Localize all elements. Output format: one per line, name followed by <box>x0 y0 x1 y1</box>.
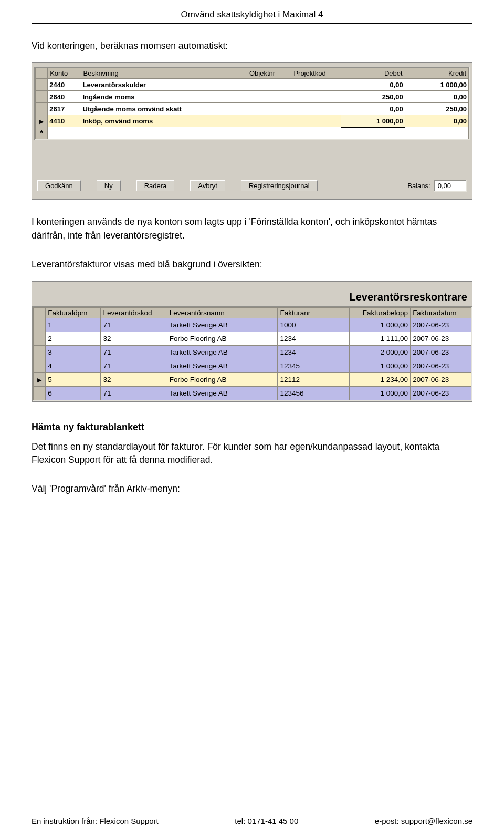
cell-debet[interactable]: 0,00 <box>341 79 405 91</box>
cell-lopnr[interactable]: 1 <box>46 318 101 332</box>
col-fakturadatum[interactable]: Fakturadatum <box>411 307 471 318</box>
cell-levnamn[interactable]: Forbo Flooring AB <box>167 372 278 386</box>
cell-lopnr[interactable]: 4 <box>46 359 101 372</box>
reskontra-row[interactable]: 171Tarkett Sverige AB10001 000,002007-06… <box>34 318 471 332</box>
paragraph-3: Leverantörsfakturor visas med blå bakgru… <box>32 258 472 271</box>
cell-objektnr[interactable] <box>247 79 291 91</box>
cell-beskrivning[interactable]: Ingående moms <box>81 91 247 103</box>
cell-fakturanr[interactable]: 123456 <box>278 386 350 400</box>
cell-beskrivning[interactable]: Utgående moms omvänd skatt <box>81 103 247 115</box>
heading-hamta-blankett: Hämta ny fakturablankett <box>32 422 472 433</box>
reskontra-row[interactable]: 232Forbo Flooring AB12341 111,002007-06-… <box>34 332 471 345</box>
cell-fakturanr[interactable]: 1234 <box>278 332 350 345</box>
cell-levkod[interactable]: 71 <box>101 345 167 359</box>
cell-fakturanr[interactable]: 12345 <box>278 359 350 372</box>
kontering-row[interactable]: 2640Ingående moms250,000,00 <box>36 91 469 103</box>
cell-beskrivning[interactable]: Leverantörsskulder <box>81 79 247 91</box>
cell-lopnr[interactable]: 6 <box>46 386 101 400</box>
cell-datum[interactable]: 2007-06-23 <box>411 318 471 332</box>
cell-fakturanr[interactable]: 1234 <box>278 345 350 359</box>
cell-objektnr[interactable] <box>247 103 291 115</box>
cell-debet[interactable] <box>341 127 405 139</box>
cell-debet[interactable]: 250,00 <box>341 91 405 103</box>
cell-projektkod[interactable] <box>291 127 341 139</box>
cell-objektnr[interactable] <box>247 115 291 127</box>
cell-belopp[interactable]: 1 000,00 <box>350 318 411 332</box>
reskontra-row[interactable]: ▶532Forbo Flooring AB121121 234,002007-0… <box>34 372 471 386</box>
cell-belopp[interactable]: 2 000,00 <box>350 345 411 359</box>
cell-projektkod[interactable] <box>291 115 341 127</box>
cell-konto[interactable]: 2617 <box>48 103 81 115</box>
header-rule <box>32 23 472 24</box>
cell-objektnr[interactable] <box>247 91 291 103</box>
cell-datum[interactable]: 2007-06-23 <box>411 372 471 386</box>
cell-beskrivning[interactable] <box>81 127 247 139</box>
cell-projektkod[interactable] <box>291 103 341 115</box>
avbryt-button[interactable]: Avbryt <box>190 180 225 191</box>
cell-levkod[interactable]: 71 <box>101 359 167 372</box>
col-beskrivning[interactable]: Beskrivning <box>81 68 247 79</box>
cell-belopp[interactable]: 1 234,00 <box>350 372 411 386</box>
cell-kredit[interactable]: 1 000,00 <box>405 79 468 91</box>
reskontra-row[interactable]: 371Tarkett Sverige AB12342 000,002007-06… <box>34 345 471 359</box>
cell-lopnr[interactable]: 5 <box>46 372 101 386</box>
cell-fakturanr[interactable]: 12112 <box>278 372 350 386</box>
cell-levkod[interactable]: 71 <box>101 386 167 400</box>
col-objektnr[interactable]: Objektnr <box>247 68 291 79</box>
cell-levnamn[interactable]: Forbo Flooring AB <box>167 332 278 345</box>
cell-objektnr[interactable] <box>247 127 291 139</box>
godkann-button[interactable]: Godkänn <box>37 180 81 191</box>
cell-debet[interactable]: 1 000,00 <box>341 115 405 127</box>
col-leverantorsnamn[interactable]: Leverantörsnamn <box>167 307 278 318</box>
cell-levnamn[interactable]: Tarkett Sverige AB <box>167 359 278 372</box>
kontering-new-row[interactable]: * <box>36 127 469 139</box>
col-kredit[interactable]: Kredit <box>405 68 468 79</box>
ny-button[interactable]: Ny <box>97 180 121 191</box>
col-konto[interactable]: Konto <box>48 68 81 79</box>
col-projektkod[interactable]: Projektkod <box>291 68 341 79</box>
cell-levnamn[interactable]: Tarkett Sverige AB <box>167 345 278 359</box>
col-fakturanr[interactable]: Fakturanr <box>278 307 350 318</box>
reskontra-row[interactable]: 671Tarkett Sverige AB1234561 000,002007-… <box>34 386 471 400</box>
cell-belopp[interactable]: 1 000,00 <box>350 359 411 372</box>
cell-levkod[interactable]: 32 <box>101 372 167 386</box>
cell-konto[interactable]: 4410 <box>48 115 81 127</box>
cell-datum[interactable]: 2007-06-23 <box>411 386 471 400</box>
kontering-row[interactable]: ▶4410Inköp, omvänd moms1 000,000,00 <box>36 115 469 127</box>
registreringsjournal-button[interactable]: Registreringsjournal <box>241 180 318 191</box>
cell-datum[interactable]: 2007-06-23 <box>411 359 471 372</box>
row-marker <box>34 318 46 332</box>
cell-lopnr[interactable]: 2 <box>46 332 101 345</box>
cell-belopp[interactable]: 1 111,00 <box>350 332 411 345</box>
cell-belopp[interactable]: 1 000,00 <box>350 386 411 400</box>
cell-konto[interactable] <box>48 127 81 139</box>
cell-levkod[interactable]: 71 <box>101 318 167 332</box>
cell-debet[interactable]: 0,00 <box>341 103 405 115</box>
cell-kredit[interactable]: 0,00 <box>405 115 468 127</box>
cell-lopnr[interactable]: 3 <box>46 345 101 359</box>
cell-projektkod[interactable] <box>291 91 341 103</box>
reskontra-row[interactable]: 471Tarkett Sverige AB123451 000,002007-0… <box>34 359 471 372</box>
cell-kredit[interactable] <box>405 127 468 139</box>
cell-konto[interactable]: 2440 <box>48 79 81 91</box>
cell-levkod[interactable]: 32 <box>101 332 167 345</box>
row-marker: ▶ <box>36 115 48 127</box>
cell-projektkod[interactable] <box>291 79 341 91</box>
col-fakturabelopp[interactable]: Fakturabelopp <box>350 307 411 318</box>
cell-beskrivning[interactable]: Inköp, omvänd moms <box>81 115 247 127</box>
radera-button[interactable]: Radera <box>136 180 175 191</box>
footer-mid: tel: 0171-41 45 00 <box>235 816 298 825</box>
kontering-row[interactable]: 2440Leverantörsskulder0,001 000,00 <box>36 79 469 91</box>
cell-kredit[interactable]: 0,00 <box>405 91 468 103</box>
cell-levnamn[interactable]: Tarkett Sverige AB <box>167 318 278 332</box>
col-debet[interactable]: Debet <box>341 68 405 79</box>
cell-levnamn[interactable]: Tarkett Sverige AB <box>167 386 278 400</box>
col-fakturalonr[interactable]: Fakturalöpnr <box>46 307 101 318</box>
cell-fakturanr[interactable]: 1000 <box>278 318 350 332</box>
cell-datum[interactable]: 2007-06-23 <box>411 345 471 359</box>
cell-datum[interactable]: 2007-06-23 <box>411 332 471 345</box>
kontering-row[interactable]: 2617Utgående moms omvänd skatt0,00250,00 <box>36 103 469 115</box>
col-leverantorskod[interactable]: Leverantörskod <box>101 307 167 318</box>
cell-kredit[interactable]: 250,00 <box>405 103 468 115</box>
cell-konto[interactable]: 2640 <box>48 91 81 103</box>
